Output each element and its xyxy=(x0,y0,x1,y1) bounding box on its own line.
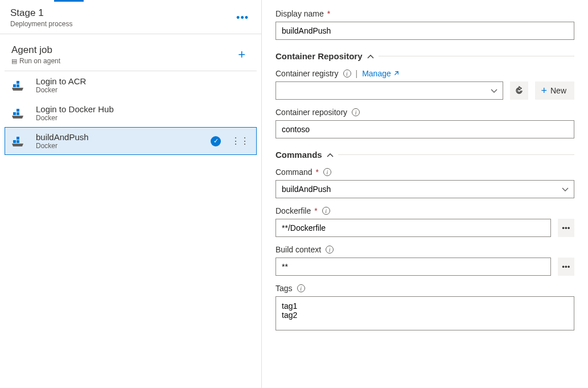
ellipsis-icon: ••• xyxy=(562,263,570,271)
info-icon[interactable]: i xyxy=(326,246,334,254)
plus-icon: + xyxy=(541,85,547,97)
grip-icon[interactable]: ⋮⋮ xyxy=(231,136,249,146)
task-title: Login to Docker Hub xyxy=(36,104,249,114)
task-row[interactable]: Login to Docker Hub Docker xyxy=(5,99,257,127)
info-icon[interactable]: i xyxy=(343,70,351,77)
required-asterisk: * xyxy=(314,206,317,215)
info-icon[interactable]: i xyxy=(297,284,305,292)
container-repository-section[interactable]: Container Repository xyxy=(276,51,574,61)
browse-button[interactable]: ••• xyxy=(558,258,574,276)
info-icon[interactable]: i xyxy=(322,207,330,215)
display-name-label: Display name * xyxy=(276,9,574,18)
new-button[interactable]: + New xyxy=(535,81,574,100)
external-link-icon xyxy=(393,71,399,76)
server-icon: ▤ xyxy=(11,58,17,65)
dockerfile-input[interactable] xyxy=(276,219,551,237)
task-subtitle: Docker xyxy=(36,142,203,150)
build-context-input[interactable] xyxy=(276,258,551,276)
command-label: Command * i xyxy=(276,168,574,177)
left-pane: Stage 1 Deployment process ••• Agent job… xyxy=(0,0,262,388)
svg-rect-3 xyxy=(13,112,16,115)
container-registry-label: Container registry i | Manage xyxy=(276,69,574,78)
more-icon[interactable]: ••• xyxy=(233,10,252,26)
svg-rect-2 xyxy=(17,81,19,84)
docker-icon xyxy=(12,133,28,149)
task-subtitle: Docker xyxy=(36,86,249,94)
required-asterisk: * xyxy=(327,9,330,18)
container-repository-label: Container repository i xyxy=(276,108,574,117)
docker-icon xyxy=(12,105,28,121)
task-subtitle: Docker xyxy=(36,114,249,122)
agent-job-title: Agent job xyxy=(11,44,60,56)
agent-job-subtitle: ▤ Run on agent xyxy=(11,57,60,65)
manage-link[interactable]: Manage xyxy=(362,69,399,78)
svg-rect-0 xyxy=(13,84,16,87)
task-row[interactable]: Login to ACR Docker xyxy=(5,71,257,99)
chevron-up-icon xyxy=(327,150,334,160)
refresh-button[interactable] xyxy=(510,81,528,100)
ellipsis-icon: ••• xyxy=(562,224,570,232)
tasks-list: Agent job ▤ Run on agent + Login to ACR … xyxy=(0,34,261,160)
info-icon[interactable]: i xyxy=(323,168,331,176)
stage-header[interactable]: Stage 1 Deployment process ••• xyxy=(0,2,261,34)
commands-section[interactable]: Commands xyxy=(276,150,574,160)
add-task-button[interactable]: + xyxy=(233,46,250,63)
task-row-selected[interactable]: buildAndPush Docker ✓ ⋮⋮ xyxy=(5,127,257,155)
tags-textarea[interactable] xyxy=(276,296,574,330)
svg-rect-8 xyxy=(17,137,19,140)
refresh-icon xyxy=(515,86,524,95)
required-asterisk: * xyxy=(315,168,318,177)
check-badge-icon: ✓ xyxy=(211,136,221,146)
agent-job-row[interactable]: Agent job ▤ Run on agent + xyxy=(5,39,257,71)
display-name-input[interactable] xyxy=(276,22,574,40)
container-registry-select[interactable] xyxy=(276,81,503,100)
browse-button[interactable]: ••• xyxy=(558,219,574,237)
right-pane: Display name * Container Repository Cont… xyxy=(262,0,588,388)
task-title: buildAndPush xyxy=(36,132,203,142)
container-repository-input[interactable] xyxy=(276,120,574,138)
svg-rect-6 xyxy=(13,140,16,143)
svg-rect-5 xyxy=(17,109,19,112)
build-context-label: Build context i xyxy=(276,245,574,254)
svg-rect-1 xyxy=(17,84,19,87)
svg-rect-7 xyxy=(17,140,19,143)
command-select[interactable] xyxy=(276,180,574,198)
stage-subtitle: Deployment process xyxy=(10,20,72,28)
chevron-up-icon xyxy=(367,51,374,61)
task-title: Login to ACR xyxy=(36,76,249,86)
info-icon[interactable]: i xyxy=(352,108,360,116)
docker-icon xyxy=(12,77,28,93)
dockerfile-label: Dockerfile * i xyxy=(276,206,574,215)
svg-rect-4 xyxy=(17,112,19,115)
stage-title: Stage 1 xyxy=(10,7,72,19)
tags-label: Tags i xyxy=(276,284,574,293)
